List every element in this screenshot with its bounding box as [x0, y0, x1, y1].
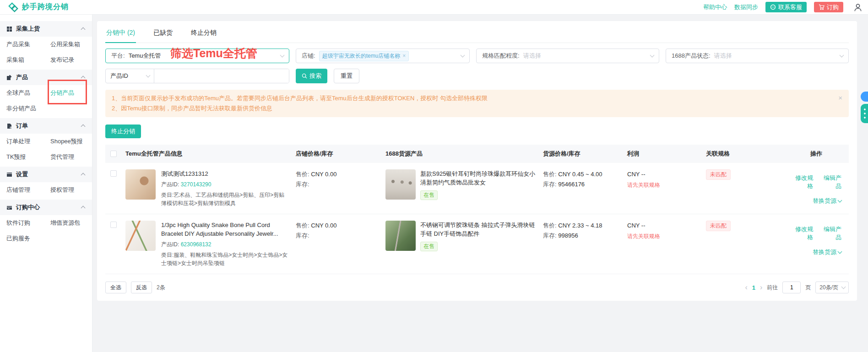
tab-out-of-stock[interactable]: 已缺货 — [152, 25, 174, 43]
data-sync-link[interactable]: 数据同步 — [734, 3, 758, 11]
category-value: 服装、鞋靴和珠宝饰品>女士时尚>女士饰品>女士项链>女士时尚吊坠项链 — [161, 252, 288, 266]
top-bar: 妙手跨境分销 帮助中心 数据同步 联系客服 订购 — [0, 0, 868, 15]
search-button[interactable]: 搜索 — [296, 69, 327, 83]
goto-page-input[interactable] — [782, 282, 801, 293]
order-button[interactable]: 订购 — [814, 2, 843, 12]
match-status-badge: 未匹配 — [706, 221, 731, 231]
page-size-select[interactable]: 20条/页 — [815, 282, 849, 293]
select-all-button[interactable]: 全选 — [105, 282, 126, 293]
reset-button[interactable]: 重置 — [334, 69, 359, 83]
price-value: CNY 2.33 ~ 4.18 — [558, 222, 602, 229]
product-id-value[interactable]: 3270143290 — [181, 181, 212, 188]
product-icon — [6, 75, 12, 81]
col-operations: 操作 — [787, 150, 849, 158]
product-image[interactable] — [125, 221, 156, 251]
product-title[interactable]: 1/3pc High Quality Snake Bone Pull Cord … — [161, 221, 288, 238]
sidebar-item-non-distribution-products[interactable]: 非分销产品 — [6, 101, 50, 116]
select-all-checkbox[interactable] — [110, 151, 117, 157]
on-sale-badge: 在售 — [420, 190, 438, 200]
floating-service-widget[interactable] — [861, 104, 868, 123]
chevron-up-icon — [81, 76, 86, 81]
sidebar-section-settings[interactable]: 设置 — [0, 167, 92, 182]
product-title[interactable]: 测试测试1231312 — [161, 169, 288, 178]
sidebar-item-tk-forecast[interactable]: TK预报 — [6, 149, 50, 165]
platform-select[interactable]: 平台: Temu全托管 — [105, 49, 289, 63]
platform-value: Temu全托管 — [129, 52, 161, 60]
sidebar-item-public-collect-box[interactable]: 公用采集箱 — [50, 37, 92, 52]
product-id-search-group: 产品ID — [105, 69, 289, 83]
row-checkbox[interactable] — [110, 222, 117, 228]
modify-spec-link[interactable]: 修改规格 — [791, 174, 813, 190]
modify-spec-link[interactable]: 修改规格 — [791, 225, 813, 242]
edit-product-link[interactable]: 编辑产品 — [819, 174, 841, 190]
sidebar-item-publish-record[interactable]: 发布记录 — [50, 52, 92, 68]
tab-distributing[interactable]: 分销中 (2) — [105, 25, 136, 43]
sidebar-item-global-products[interactable]: 全球产品 — [6, 85, 50, 101]
col-shop-price: 店铺价格/库存 — [292, 150, 382, 158]
invert-select-button[interactable]: 反选 — [131, 282, 152, 293]
tag-close-icon[interactable]: × — [402, 53, 406, 59]
stock-label: 库存: — [296, 181, 309, 188]
sidebar-section-collect[interactable]: 采集上货 — [0, 21, 92, 37]
current-page[interactable]: 1 — [752, 284, 755, 291]
sidebar-item-shopee-forecast[interactable]: Shopee预报 — [50, 134, 92, 149]
sidebar-item-software-subscribe[interactable]: 软件订购 — [6, 215, 50, 231]
product-status-select[interactable]: 1688产品状态: 请选择 — [666, 49, 849, 63]
price-label: 售价: — [296, 171, 309, 178]
source-product-image[interactable] — [385, 169, 416, 200]
collect-icon — [6, 26, 12, 32]
sidebar-item-order-processing[interactable]: 订单处理 — [6, 134, 50, 149]
goto-label: 前往 — [767, 284, 778, 292]
sidebar-item-collect-box[interactable]: 采集箱 — [6, 52, 50, 68]
sidebar-item-purchased-services[interactable]: 已购服务 — [6, 231, 50, 246]
product-id-type-select[interactable]: 产品ID — [106, 69, 154, 83]
sidebar-item-product-collect[interactable]: 产品采集 — [6, 37, 50, 52]
prev-page-button[interactable]: ‹ — [745, 283, 747, 292]
contact-service-button[interactable]: 联系客服 — [765, 2, 807, 12]
close-icon[interactable]: × — [838, 93, 842, 103]
product-id-input[interactable] — [154, 69, 289, 83]
user-icon[interactable] — [853, 3, 863, 12]
row-checkbox[interactable] — [110, 170, 117, 177]
sidebar-item-distribution-products[interactable]: 分销产品 — [50, 85, 92, 101]
source-product-image[interactable] — [385, 221, 416, 251]
sidebar-item-value-added-pack[interactable]: 增值资源包 — [50, 215, 92, 231]
help-center-link[interactable]: 帮助中心 — [703, 3, 727, 11]
sidebar-section-subscribe[interactable]: 订购中心 — [0, 200, 92, 215]
chevron-down-icon — [838, 249, 842, 254]
chevron-down-icon — [461, 53, 465, 58]
source-product-title[interactable]: 不锈钢可调节胶珠链条 抽拉式子弹头滑块链手链 DIY手链饰品配件 — [420, 221, 536, 238]
chevron-up-icon — [81, 173, 86, 178]
edit-product-link[interactable]: 编辑产品 — [819, 225, 841, 242]
chevron-up-icon — [81, 27, 86, 32]
sidebar-section-order[interactable]: 订单 — [0, 118, 92, 134]
product-id-value[interactable]: 6230968132 — [181, 241, 212, 248]
search-icon — [302, 73, 307, 79]
replace-source-link[interactable]: 替换货源 — [813, 197, 836, 205]
next-page-button[interactable]: › — [760, 283, 762, 292]
product-id-label: 产品ID: — [161, 181, 179, 188]
sidebar-item-forwarder-management[interactable]: 货代管理 — [50, 149, 92, 165]
product-id-label: 产品ID — [110, 72, 128, 80]
stop-distribution-button[interactable]: 终止分销 — [105, 125, 141, 138]
logo-icon — [8, 2, 18, 12]
replace-source-link[interactable]: 替换货源 — [813, 248, 836, 256]
sidebar-item-auth-management[interactable]: 授权管理 — [50, 182, 92, 198]
app: 妙手跨境分销 帮助中心 数据同步 联系客服 订购 — [0, 0, 868, 352]
shop-select[interactable]: 店铺: 超级宇宙无敌长的temu店铺名称 × — [296, 49, 470, 63]
notice-line-2: 2、因Temu接口限制，同步产品暂时无法获取最新供货价信息 — [112, 103, 833, 114]
floating-widget-blue[interactable] — [861, 92, 868, 102]
col-profit: 利润 — [624, 150, 702, 158]
order-button-label: 订购 — [827, 3, 839, 11]
table-header: Temu全托管产品信息 店铺价格/库存 1688货源产品 货源价格/库存 利润 … — [105, 145, 849, 163]
spec-match-select[interactable]: 规格匹配程度: 请选择 — [476, 49, 659, 63]
sidebar-section-product[interactable]: 产品 — [0, 70, 92, 85]
price-label: 售价: — [543, 171, 557, 178]
profit-hint: 请先关联规格 — [627, 233, 699, 240]
main-area: 分销中 (2) 已缺货 终止分销 平台: Temu全托管 店铺: 超级宇宙无敌长… — [92, 15, 868, 352]
sidebar-item-shop-management[interactable]: 店铺管理 — [6, 182, 50, 198]
source-product-title[interactable]: 新款S925银针耳钉时尚珍珠爆款耳环仙女小清新简约气质饰品批发女 — [420, 169, 536, 187]
product-image[interactable] — [125, 169, 156, 200]
sidebar: 采集上货 产品采集 公用采集箱 采集箱 发布记录 产品 全球产品 分销产品 — [0, 15, 92, 352]
tab-stopped[interactable]: 终止分销 — [190, 25, 217, 43]
